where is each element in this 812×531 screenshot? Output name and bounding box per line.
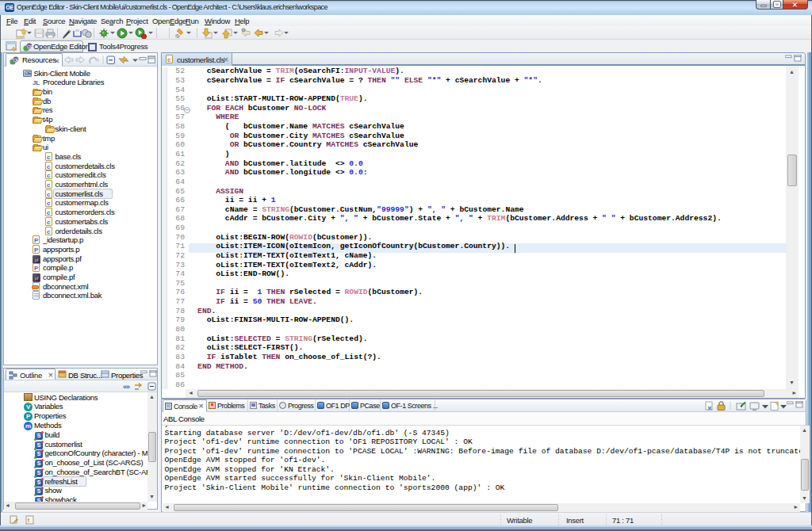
svg-text:OE: OE xyxy=(27,44,33,49)
svg-text:«»: «» xyxy=(123,383,130,391)
svg-text:OE: OE xyxy=(13,58,20,63)
